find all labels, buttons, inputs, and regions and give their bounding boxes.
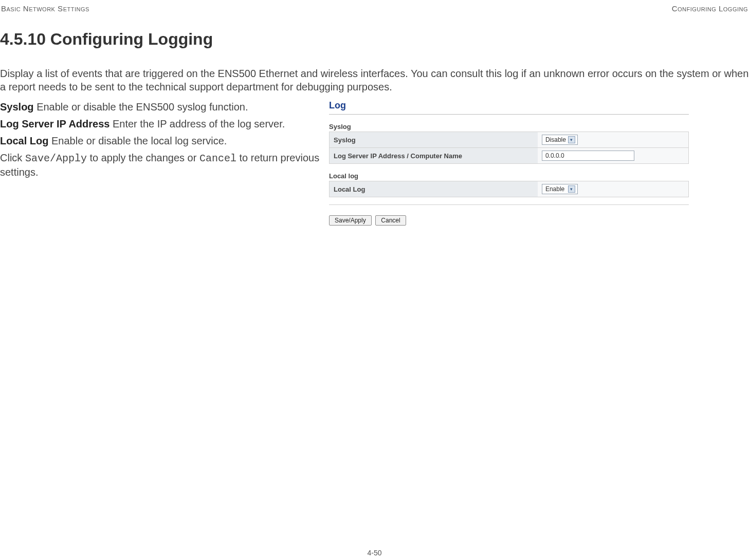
chevron-down-icon: ▾ <box>568 185 575 193</box>
button-row: Save/Apply Cancel <box>329 215 689 226</box>
panel-title: Log <box>329 100 689 113</box>
label-syslog: Syslog <box>330 132 538 148</box>
divider <box>329 204 689 205</box>
cancel-button[interactable]: Cancel <box>375 215 406 226</box>
intro-paragraph: Display a list of events that are trigge… <box>0 67 749 94</box>
chevron-down-icon: ▾ <box>568 136 575 143</box>
value-logserver-ip-cell: 0.0.0.0 <box>538 148 689 164</box>
running-header-left: Basic Network Settings <box>1 4 89 13</box>
term-locallog: Local Log <box>0 135 48 146</box>
desc-logserver: Enter the IP address of the log server. <box>109 118 285 129</box>
row-locallog: Local Log Enable ▾ <box>330 181 689 197</box>
label-locallog: Local Log <box>330 181 538 197</box>
def-action: Click Save/Apply to apply the changes or… <box>0 151 329 179</box>
desc-syslog: Enable or disable the ENS500 syslog func… <box>34 101 248 113</box>
locallog-select-value: Enable <box>545 185 564 193</box>
action-mid: to apply the changes or <box>87 152 199 163</box>
locallog-select[interactable]: Enable ▾ <box>542 184 578 194</box>
syslog-heading: Syslog <box>329 123 689 130</box>
page-number: 4-50 <box>367 549 381 557</box>
syslog-table: Syslog Disable ▾ Log Server IP Address /… <box>329 132 689 164</box>
row-syslog: Syslog Disable ▾ <box>330 132 689 148</box>
label-logserver-ip: Log Server IP Address / Computer Name <box>330 148 538 164</box>
def-syslog: Syslog Enable or disable the ENS500 sysl… <box>0 100 329 114</box>
def-logserver: Log Server IP Address Enter the IP addre… <box>0 117 329 131</box>
desc-locallog: Enable or disable the local log service. <box>48 135 227 146</box>
definitions-block: Syslog Enable or disable the ENS500 sysl… <box>0 100 329 182</box>
value-locallog-cell: Enable ▾ <box>538 181 689 197</box>
term-logserver: Log Server IP Address <box>0 118 109 129</box>
action-cancel: Cancel <box>199 153 236 164</box>
term-syslog: Syslog <box>0 101 34 113</box>
value-syslog-cell: Disable ▾ <box>538 132 689 148</box>
syslog-select-value: Disable <box>545 136 566 143</box>
divider <box>329 114 689 115</box>
def-locallog: Local Log Enable or disable the local lo… <box>0 134 329 148</box>
config-screenshot: Log Syslog Syslog Disable ▾ Log Server I… <box>329 100 689 226</box>
action-save: Save/Apply <box>25 153 87 164</box>
row-logserver-ip: Log Server IP Address / Computer Name 0.… <box>330 148 689 164</box>
action-pre: Click <box>0 152 25 163</box>
locallog-table: Local Log Enable ▾ <box>329 181 689 197</box>
syslog-select[interactable]: Disable ▾ <box>542 135 578 145</box>
save-apply-button[interactable]: Save/Apply <box>329 215 372 226</box>
running-header-right: Configuring Logging <box>672 4 748 13</box>
logserver-ip-input[interactable]: 0.0.0.0 <box>542 151 634 161</box>
locallog-heading: Local log <box>329 172 689 180</box>
section-heading: 4.5.10 Configuring Logging <box>0 30 213 49</box>
